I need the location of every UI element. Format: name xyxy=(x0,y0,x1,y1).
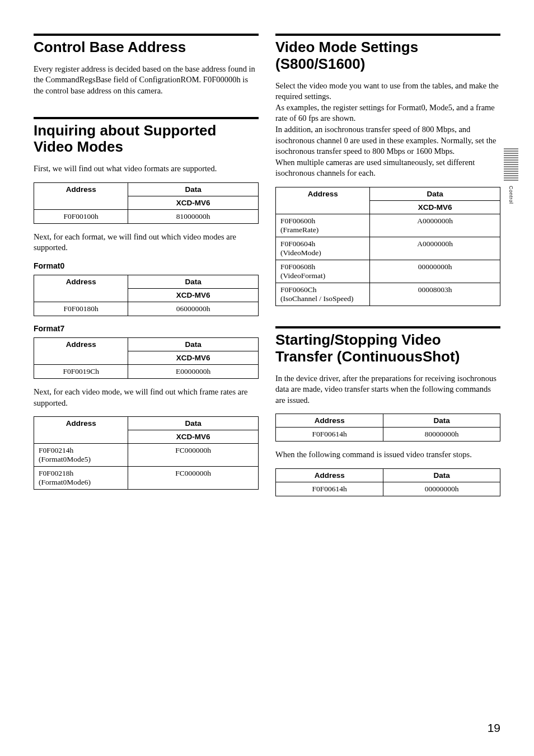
th-address: Address xyxy=(276,187,370,214)
td-addr: F0F00614h xyxy=(276,482,383,496)
table-start: Address Data F0F00614h 80000000h xyxy=(275,414,500,442)
td-addr: F0F00218h (Format0Mode6) xyxy=(34,467,128,490)
para-inquiring-2: Next, for each format, we will find out … xyxy=(34,232,259,253)
td-val: 81000000h xyxy=(128,209,259,223)
td-addr: F0F00600h (FrameRate) xyxy=(276,214,370,237)
td-val: 00008003h xyxy=(370,283,500,306)
addr-note: (VideoFormat) xyxy=(280,271,325,280)
section-rule xyxy=(275,326,500,328)
th-data: Data xyxy=(370,187,500,200)
addr-note: (Format0Mode6) xyxy=(39,478,91,486)
addr-val: F0F00214h xyxy=(39,446,73,454)
chapter-tab-label: Control xyxy=(508,186,514,204)
td-val: 00000000h xyxy=(383,482,500,496)
td-val: 06000000h xyxy=(128,302,259,316)
td-val: FC000000h xyxy=(128,467,259,490)
page-number: 19 xyxy=(488,721,500,735)
td-val: 00000000h xyxy=(370,260,500,283)
addr-note: (VideoMode) xyxy=(280,248,321,257)
heading-control-base-address: Control Base Address xyxy=(34,39,259,56)
td-val: A0000000h xyxy=(370,237,500,260)
th-data: Data xyxy=(128,338,259,351)
heading-start-stop: Starting/Stopping Video Transfer (Contin… xyxy=(275,332,500,365)
td-val: E0000000h xyxy=(128,365,259,379)
table-format0: Address Data XCD-MV6 F0F00180h 06000000h xyxy=(34,275,259,316)
td-addr: F0F00608h (VideoFormat) xyxy=(276,260,370,283)
section-rule xyxy=(34,117,259,119)
section-rule xyxy=(275,34,500,36)
th-address: Address xyxy=(34,275,128,302)
td-val: A0000000h xyxy=(370,214,500,237)
heading-video-mode-settings: Video Mode Settings (S800/S1600) xyxy=(275,39,500,73)
th-data: Data xyxy=(383,468,500,482)
td-addr: F0F00614h xyxy=(276,428,383,442)
chapter-tab-icon xyxy=(503,147,519,182)
table-stop: Address Data F0F00614h 00000000h xyxy=(275,468,500,496)
th-address: Address xyxy=(34,338,128,365)
th-address: Address xyxy=(34,182,128,209)
th-address: Address xyxy=(276,414,383,428)
addr-note: (IsoChannel / IsoSpeed) xyxy=(280,294,353,303)
th-data: Data xyxy=(383,414,500,428)
td-addr: F0F00214h (Format0Mode5) xyxy=(34,444,128,467)
td-val: 80000000h xyxy=(383,428,500,442)
para-start: In the device driver, after the preparat… xyxy=(275,373,500,406)
addr-val: F0F0060Ch xyxy=(280,285,317,294)
td-val: FC000000h xyxy=(128,444,259,467)
th-address: Address xyxy=(276,468,383,482)
addr-note: (FrameRate) xyxy=(280,226,318,234)
table-video-mode: Address Data XCD-MV6 F0F00600h (FrameRat… xyxy=(275,187,500,306)
para-video-mode: Select the video mode you want to use fr… xyxy=(275,81,500,179)
th-data: Data xyxy=(128,182,259,196)
right-column: Video Mode Settings (S800/S1600) Select … xyxy=(275,34,500,504)
td-addr: F0F00180h xyxy=(34,302,128,316)
addr-val: F0F00218h xyxy=(39,469,73,477)
chapter-tab: Control xyxy=(502,147,521,204)
table-formats: Address Data XCD-MV6 F0F00100h 81000000h xyxy=(34,182,259,224)
para-control-base: Every register address is decided based … xyxy=(34,64,259,97)
th-address: Address xyxy=(34,417,128,444)
td-addr: F0F00100h xyxy=(34,209,128,223)
para-inquiring-1: First, we will find out what video forma… xyxy=(34,163,259,175)
th-sub: XCD-MV6 xyxy=(128,196,259,209)
th-data: Data xyxy=(128,275,259,289)
page-content: Control Base Address Every register addr… xyxy=(0,0,534,527)
left-column: Control Base Address Every register addr… xyxy=(34,34,259,504)
td-addr: F0F0019Ch xyxy=(34,365,128,379)
td-addr: F0F0060Ch (IsoChannel / IsoSpeed) xyxy=(276,283,370,306)
th-sub: XCD-MV6 xyxy=(128,430,259,444)
th-sub: XCD-MV6 xyxy=(128,351,259,365)
sub-format0: Format0 xyxy=(34,261,259,270)
section-rule xyxy=(34,34,259,36)
th-sub: XCD-MV6 xyxy=(128,289,259,302)
td-addr: F0F00604h (VideoMode) xyxy=(276,237,370,260)
addr-val: F0F00600h xyxy=(280,217,315,225)
table-format7: Address Data XCD-MV6 F0F0019Ch E0000000h xyxy=(34,337,259,379)
para-inquiring-3: Next, for each video mode, we will find … xyxy=(34,387,259,408)
table-frame-rates: Address Data XCD-MV6 F0F00214h (Format0M… xyxy=(34,416,259,490)
addr-val: F0F00608h xyxy=(280,262,315,271)
addr-note: (Format0Mode5) xyxy=(39,455,91,463)
heading-inquiring-modes: Inquiring about Supported Video Modes xyxy=(34,123,259,156)
th-data: Data xyxy=(128,417,259,430)
th-sub: XCD-MV6 xyxy=(370,200,500,214)
sub-format7: Format7 xyxy=(34,324,259,333)
para-stop: When the following command is issued vid… xyxy=(275,449,500,461)
addr-val: F0F00604h xyxy=(280,240,315,248)
